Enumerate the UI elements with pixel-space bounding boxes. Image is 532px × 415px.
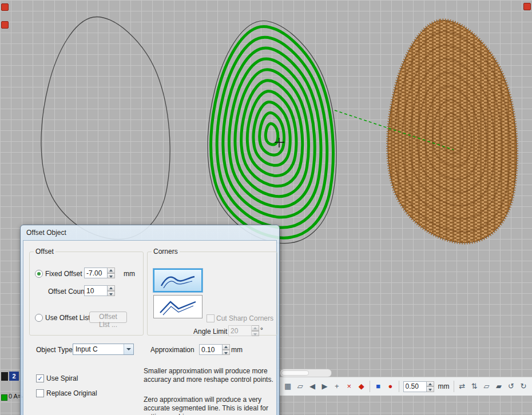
- offset-group-label: Offset: [34, 248, 55, 256]
- use-offset-list-radio[interactable]: [35, 314, 43, 322]
- offset-count-label: Offset Count: [48, 288, 86, 296]
- offset-preview-shape[interactable]: [208, 21, 336, 244]
- color-chip-black[interactable]: [1, 372, 8, 381]
- stitch-spacing-input[interactable]: [403, 381, 427, 392]
- delete-node-icon[interactable]: ×: [345, 382, 353, 391]
- spinner-down-icon[interactable]: [108, 273, 115, 279]
- combo-dropdown-button[interactable]: [124, 344, 133, 354]
- use-spiral-label: Use Spiral: [46, 374, 78, 382]
- layer-badge[interactable]: 2: [9, 372, 19, 381]
- next-node-icon[interactable]: ▶: [320, 382, 328, 391]
- rotate-ccw-icon[interactable]: ↺: [507, 382, 515, 391]
- angle-limit-input[interactable]: [228, 325, 252, 336]
- approximation-input[interactable]: [199, 344, 223, 355]
- toolbar-separator: [454, 381, 454, 392]
- sharp-corner-icon: [157, 298, 199, 316]
- cut-sharp-corners-label: Cut Sharp Corners: [216, 314, 273, 322]
- cut-sharp-corners-checkbox[interactable]: [207, 314, 215, 322]
- replace-original-checkbox[interactable]: [36, 389, 44, 397]
- bottom-toolbar: ▦ ▱ ◀ ▶ + × ◆ ■ ● mm ⇄ ⇅ ▱ ▰ ↺ ↻: [279, 377, 532, 396]
- stitch-spacing-unit: mm: [438, 382, 450, 390]
- object-type-select[interactable]: Input C: [73, 344, 134, 355]
- stitched-shape[interactable]: [388, 21, 517, 243]
- use-offset-list-label: Use Offset List: [45, 314, 90, 322]
- flip-horizontal-icon[interactable]: ⇄: [458, 382, 466, 391]
- outline-shape[interactable]: [41, 17, 170, 240]
- fixed-offset-radio[interactable]: [35, 270, 43, 278]
- corners-group-label: Corners: [152, 248, 180, 256]
- grid-icon[interactable]: ▦: [284, 382, 292, 391]
- palette-fragment-icon[interactable]: [1, 3, 9, 11]
- spinner-up-icon[interactable]: [223, 344, 230, 350]
- skew-horizontal-icon[interactable]: ▱: [482, 382, 490, 391]
- dialog-title: Offset Object: [26, 229, 66, 237]
- corner-style-round-button[interactable]: [153, 269, 203, 292]
- approximation-unit: mm: [231, 346, 243, 354]
- help-paragraph-1: Smaller approximation will produce more …: [144, 367, 277, 384]
- approximation-spinner: [199, 344, 230, 355]
- object-type-value: Input C: [73, 345, 124, 353]
- round-corner-icon: [157, 272, 199, 290]
- flip-vertical-icon[interactable]: ⇅: [470, 382, 478, 391]
- replace-original-label: Replace Original: [46, 389, 97, 397]
- spinner-up-icon[interactable]: [252, 325, 259, 331]
- approximation-label: Approximation: [150, 346, 194, 354]
- fixed-offset-spinner: [84, 268, 115, 278]
- offset-rings: [211, 26, 334, 238]
- scrollbar-thumb[interactable]: [281, 370, 309, 376]
- horizontal-scrollbar[interactable]: [280, 369, 332, 377]
- object-type-label: Object Type: [36, 346, 73, 354]
- toolbar-separator: [399, 381, 399, 392]
- dialog-client-area: Offset Fixed Offset mm Offset Count Use …: [23, 240, 277, 415]
- spinner-down-icon[interactable]: [223, 350, 230, 356]
- offset-count-spinner: [84, 285, 115, 296]
- red-circle-icon[interactable]: ●: [386, 382, 394, 391]
- palette-fragment-icon[interactable]: [523, 3, 531, 10]
- blue-square-icon[interactable]: ■: [374, 382, 382, 391]
- spinner-up-icon[interactable]: [108, 268, 115, 273]
- color-chip-green[interactable]: [1, 394, 7, 401]
- rotate-cw-icon[interactable]: ↻: [519, 382, 527, 391]
- dialog-titlebar[interactable]: Offset Object: [21, 225, 279, 240]
- spinner-up-icon[interactable]: [427, 381, 434, 387]
- offset-object-dialog: Offset Object Offset Fixed Offset mm Off…: [20, 225, 280, 415]
- offset-count-input[interactable]: [84, 285, 108, 296]
- node-edit-icon[interactable]: ▱: [296, 382, 304, 391]
- spinner-down-icon[interactable]: [252, 331, 259, 337]
- fixed-offset-label: Fixed Offset: [45, 270, 82, 278]
- corners-group: Corners Cut Sharp Corners Angle Limit: [147, 248, 277, 336]
- angle-limit-label: Angle Limit: [193, 328, 227, 336]
- add-node-icon[interactable]: +: [333, 382, 341, 391]
- spinner-down-icon[interactable]: [427, 386, 434, 392]
- spinner-up-icon[interactable]: [108, 285, 115, 291]
- offset-group: Offset Fixed Offset mm Offset Count Use …: [29, 248, 144, 336]
- skew-vertical-icon[interactable]: ▰: [495, 382, 503, 391]
- fixed-offset-unit: mm: [124, 270, 135, 278]
- toolbar-separator: [370, 381, 370, 392]
- spinner-down-icon[interactable]: [108, 291, 115, 297]
- help-paragraph-2: Zero approximation will produce a very a…: [144, 396, 277, 415]
- use-spiral-checkbox[interactable]: ✓: [36, 374, 44, 382]
- palette-fragment-icon[interactable]: [1, 21, 9, 29]
- fixed-offset-input[interactable]: [84, 268, 108, 278]
- angle-limit-spinner: [228, 325, 259, 336]
- angle-limit-unit: °: [260, 326, 263, 334]
- stitch-spacing-spinner: [403, 381, 434, 392]
- corner-style-sharp-button[interactable]: [153, 295, 203, 318]
- prev-node-icon[interactable]: ◀: [308, 382, 316, 391]
- red-diamond-icon[interactable]: ◆: [358, 382, 366, 391]
- offset-list-button[interactable]: Offset List ...: [89, 312, 127, 323]
- chevron-down-icon: [126, 348, 131, 350]
